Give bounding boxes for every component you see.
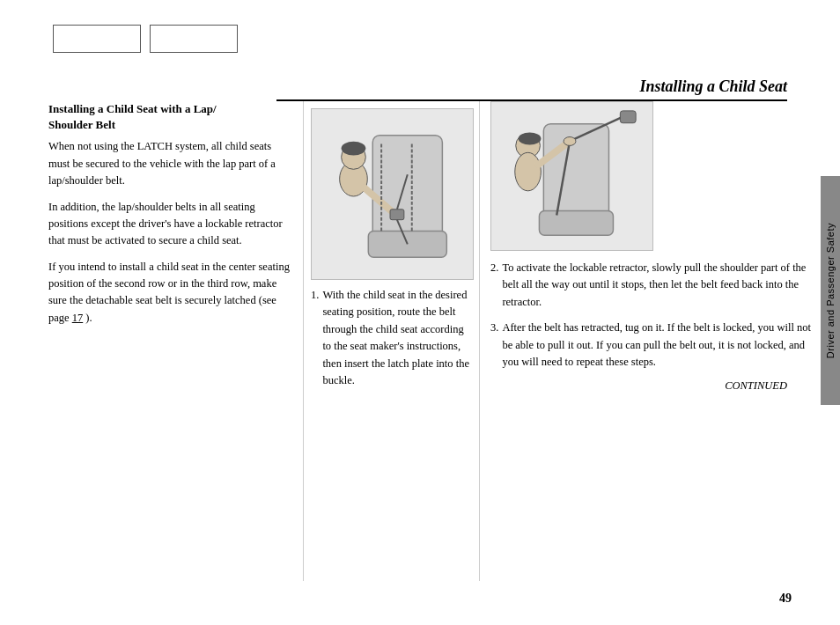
paragraph-2: In addition, the lap/shoulder belts in a…: [48, 199, 290, 250]
middle-column: 1. With the child seat in the desired se…: [304, 101, 480, 581]
page-title: Installing a Child Seat: [639, 77, 787, 95]
page-link[interactable]: 17: [72, 312, 84, 324]
left-column: Installing a Child Seat with a Lap/Shoul…: [48, 101, 304, 581]
svg-rect-6: [390, 210, 404, 220]
svg-rect-20: [620, 111, 636, 123]
right-column: 2. To activate the lockable retractor, s…: [480, 101, 814, 581]
main-content: Installing a Child Seat with a Lap/Shoul…: [48, 101, 814, 581]
illustration-left: [311, 108, 474, 280]
svg-point-19: [564, 137, 576, 146]
continued-label: CONTINUED: [490, 379, 787, 393]
paragraph-3: If you intend to install a child seat in…: [48, 259, 290, 327]
side-tab: Driver and Passenger Safety: [821, 176, 840, 405]
item-2-text: To activate the lockable retractor, slow…: [502, 260, 814, 311]
num-3: 3.: [490, 320, 498, 371]
section-title: Installing a Child Seat with a Lap/Shoul…: [48, 101, 290, 133]
num-1: 1.: [311, 287, 319, 389]
top-tabs: [53, 25, 238, 53]
paragraph-1: When not using the LATCH system, all chi…: [48, 138, 290, 189]
item-3-text: After the belt has retracted, tug on it.…: [502, 320, 814, 371]
side-tab-label: Driver and Passenger Safety: [825, 223, 836, 358]
numbered-item-3: 3. After the belt has retracted, tug on …: [490, 320, 814, 371]
page-number: 49: [779, 592, 792, 606]
numbered-item-2: 2. To activate the lockable retractor, s…: [490, 260, 814, 311]
item-1-text: With the child seat in the desired seati…: [322, 287, 472, 389]
num-2: 2.: [490, 260, 498, 311]
svg-rect-12: [539, 211, 613, 236]
tab-box-2[interactable]: [150, 25, 238, 53]
svg-point-4: [342, 142, 366, 156]
page-header: Installing a Child Seat: [276, 77, 787, 101]
svg-point-15: [515, 152, 542, 190]
svg-point-14: [519, 133, 542, 145]
illustration-right: [490, 101, 653, 251]
tab-box-1[interactable]: [53, 25, 141, 53]
numbered-item-1: 1. With the child seat in the desired se…: [311, 287, 472, 389]
